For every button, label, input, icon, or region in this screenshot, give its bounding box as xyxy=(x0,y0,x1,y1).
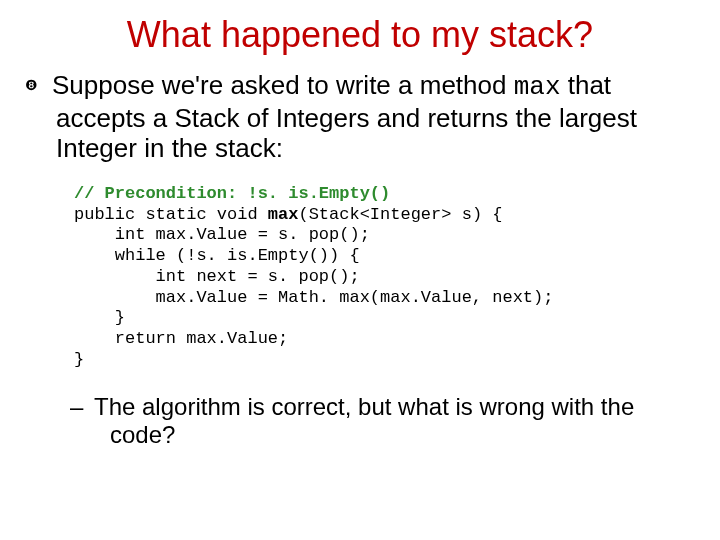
question-bullet: –The algorithm is correct, but what is w… xyxy=(90,393,670,451)
question-text: The algorithm is correct, but what is wr… xyxy=(94,393,634,449)
code-line-1c: (Stack<Integer> s) { xyxy=(298,205,502,224)
slide: What happened to my stack? ❽Suppose we'r… xyxy=(0,0,720,460)
intro-mono: max xyxy=(514,72,561,102)
code-line-6: } xyxy=(74,308,125,327)
code-line-3: while (!s. is.Empty()) { xyxy=(74,246,360,265)
intro-paragraph: ❽Suppose we're asked to write a method m… xyxy=(36,70,684,164)
code-line-1b: max xyxy=(268,205,299,224)
slide-title: What happened to my stack? xyxy=(30,14,690,56)
code-comment: // Precondition: !s. is.Empty() xyxy=(74,184,390,203)
code-line-4: int next = s. pop(); xyxy=(74,267,360,286)
code-line-7: return max.Value; xyxy=(74,329,288,348)
intro-text-pre: Suppose we're asked to write a method xyxy=(52,70,514,100)
bullet-icon: ❽ xyxy=(36,77,46,94)
code-line-1a: public static void xyxy=(74,205,268,224)
code-line-8: } xyxy=(74,350,84,369)
code-block: // Precondition: !s. is.Empty() public s… xyxy=(74,184,690,371)
code-line-5: max.Value = Math. max(max.Value, next); xyxy=(74,288,553,307)
code-line-2: int max.Value = s. pop(); xyxy=(74,225,370,244)
